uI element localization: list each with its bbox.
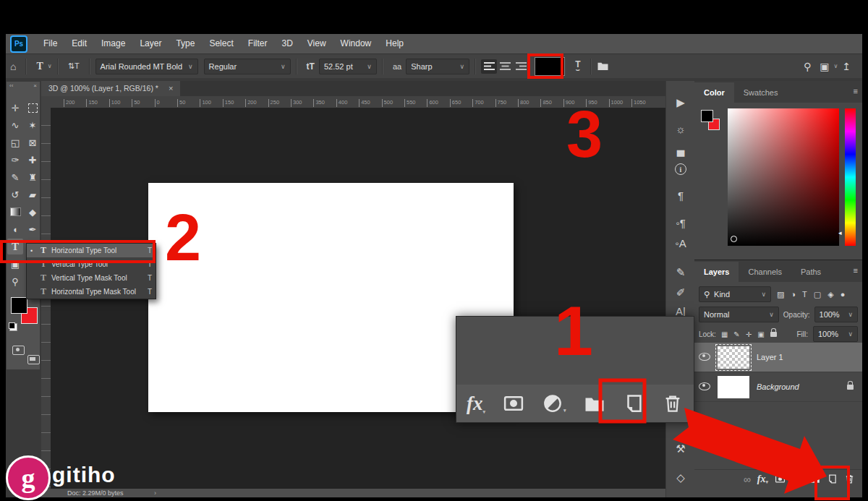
newlayer-icon[interactable] (623, 393, 644, 414)
lock-transparent-icon[interactable]: ▦ (721, 330, 728, 338)
opacity-select[interactable]: 100% ∨ (814, 307, 858, 322)
menu-3d[interactable]: 3D (274, 34, 299, 53)
filter-kind-select[interactable]: ⚲ Kind ∨ (699, 286, 771, 302)
fill-select[interactable]: 100% ∨ (813, 326, 858, 342)
folder-icon[interactable] (584, 394, 605, 413)
menu-help[interactable]: Help (378, 34, 411, 53)
link-icon[interactable]: ∞ (744, 474, 751, 485)
foreground-color-swatch[interactable] (11, 297, 27, 314)
menu-filter[interactable]: Filter (241, 34, 275, 53)
shape-tool[interactable]: ▣ (7, 256, 23, 272)
menu-view[interactable]: View (300, 34, 333, 53)
adjustment-filter-icon[interactable]: ◑ (791, 290, 796, 299)
menu-file[interactable]: File (36, 34, 64, 53)
paragraph-styles-icon[interactable]: ◦¶ (666, 217, 695, 229)
panel-menu-icon[interactable]: ≡ (854, 87, 858, 95)
brushes-icon[interactable]: ✎ (666, 266, 695, 279)
image-filter-icon[interactable]: ▨ (777, 290, 784, 299)
menu-item-horizontal-type-mask-tool[interactable]: THorizontal Type Mask ToolT (27, 285, 156, 299)
fx-icon[interactable]: fx▾ (757, 474, 768, 485)
lock-pixels-icon[interactable]: ✎ (733, 330, 739, 338)
eraser-tool[interactable]: ▰ (25, 187, 41, 202)
align-center-button[interactable] (497, 59, 513, 74)
folder-icon[interactable] (809, 474, 820, 484)
collapse-icon[interactable]: ‹‹ (9, 82, 13, 90)
quick-mask-button[interactable] (12, 346, 25, 355)
smart-object-filter-icon[interactable]: ◈ (827, 290, 833, 299)
brush-settings-icon[interactable]: ✐ (666, 286, 695, 299)
menu-window[interactable]: Window (333, 34, 379, 53)
document-tab[interactable]: 3D @ 100% (Layer 1, RGB/16) * × (41, 81, 180, 96)
text-orientation-icon[interactable]: ⇅T (64, 61, 84, 71)
lock-all-icon[interactable] (770, 332, 777, 337)
hue-slider[interactable] (845, 108, 856, 246)
adjust-icon[interactable]: ▾ (542, 393, 566, 414)
menu-item-vertical-type-tool[interactable]: TVertical Type ToolT (27, 257, 156, 271)
layers-tab-layers[interactable]: Layers (694, 262, 739, 282)
menu-image[interactable]: Image (94, 34, 132, 53)
adjust-icon[interactable] (792, 474, 803, 484)
tool-preset-icon[interactable]: T (32, 61, 47, 72)
close-icon[interactable]: × (33, 82, 37, 90)
menu-layer[interactable]: Layer (132, 34, 169, 53)
layer-row-background[interactable]: Background (694, 372, 862, 402)
color-tab-swatches[interactable]: Swatches (734, 82, 788, 103)
photoshop-logo-icon[interactable]: Ps (10, 35, 27, 53)
adjustments-icon[interactable]: ☼ (666, 123, 695, 135)
foreground-color-swatch[interactable] (701, 110, 713, 122)
frame-tool[interactable]: ⊠ (25, 134, 41, 150)
actions-icon[interactable]: ▶ (666, 96, 695, 109)
warp-text-icon[interactable]: T ⌣ (571, 61, 584, 72)
workspace-icon[interactable]: ▣ (815, 61, 833, 72)
move-tool[interactable]: ✛ (7, 100, 23, 116)
clone-stamp-tool[interactable]: ♜ (25, 169, 41, 185)
status-chevron-icon[interactable]: › (154, 489, 156, 497)
zoom-tool[interactable]: ⚲ (7, 273, 23, 289)
crop-tool[interactable]: ◱ (7, 134, 23, 150)
visibility-toggle[interactable] (699, 351, 710, 364)
share-icon[interactable]: ↥ (838, 61, 855, 72)
align-right-button[interactable] (513, 59, 529, 74)
pen-tool[interactable]: ✒ (25, 221, 41, 237)
align-left-button[interactable] (481, 59, 497, 74)
filter-toggle-icon[interactable]: ● (841, 290, 846, 299)
antialias-select[interactable]: Sharp ∨ (406, 59, 469, 74)
shape-filter-icon[interactable]: ▢ (814, 290, 821, 299)
menu-item-horizontal-type-tool[interactable]: •THorizontal Type ToolT (27, 244, 156, 257)
fx-icon[interactable]: fx▾ (467, 393, 485, 415)
menu-item-vertical-type-mask-tool[interactable]: TVertical Type Mask ToolT (27, 271, 156, 285)
marquee-tool[interactable] (25, 100, 41, 116)
healing-brush-tool[interactable]: ✚ (25, 152, 41, 168)
default-colors-icon[interactable] (9, 323, 17, 331)
layers-tab-channels[interactable]: Channels (739, 262, 791, 282)
font-family-select[interactable]: Arial Rounded MT Bold ∨ (95, 59, 198, 74)
menu-select[interactable]: Select (202, 34, 240, 53)
gradient-tool[interactable] (7, 204, 23, 220)
mask-icon[interactable] (775, 474, 786, 484)
hue-slider-cursor[interactable]: ◂ (838, 229, 842, 236)
type-filter-icon[interactable]: T (802, 290, 807, 299)
font-size-select[interactable]: 52.52 pt ∨ (319, 59, 377, 74)
character-styles-icon[interactable]: ◦A (666, 237, 695, 249)
lasso-tool[interactable]: ∿ (7, 117, 23, 133)
tab-close-icon[interactable]: × (169, 81, 173, 96)
trash-icon[interactable] (662, 393, 684, 414)
font-style-select[interactable]: Regular ∨ (204, 59, 291, 74)
panel-menu-icon[interactable]: ≡ (854, 266, 858, 275)
layer-row-layer-1[interactable]: Layer 1 (694, 343, 862, 372)
layers-tab-paths[interactable]: Paths (791, 262, 830, 282)
newlayer-icon[interactable] (827, 474, 838, 484)
paragraph-icon[interactable]: ¶ (666, 189, 695, 202)
history-brush-tool[interactable]: ↺ (7, 187, 23, 202)
toggle-panels-icon[interactable] (597, 61, 609, 72)
lock-artboard-icon[interactable]: ▣ (757, 330, 764, 338)
search-icon[interactable]: ⚲ (799, 61, 815, 72)
histogram-icon[interactable]: ▄ (666, 143, 695, 155)
brush-tool[interactable]: ✎ (7, 169, 23, 185)
trash-icon[interactable] (844, 474, 855, 484)
layer-thumbnail[interactable] (718, 346, 749, 369)
dodge-tool[interactable]: ◖ (7, 221, 23, 237)
eyedropper-tool[interactable]: ✑ (7, 152, 23, 168)
color-picker-cursor[interactable] (731, 236, 737, 242)
lock-position-icon[interactable]: ✛ (746, 330, 752, 338)
